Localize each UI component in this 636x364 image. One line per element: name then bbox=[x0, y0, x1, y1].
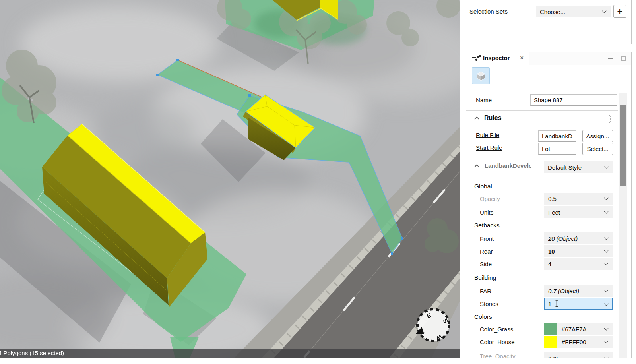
chevron-down-icon bbox=[604, 164, 608, 168]
inspector-icon bbox=[471, 55, 481, 62]
far-label: FAR bbox=[480, 288, 491, 294]
stories-value: 1 bbox=[548, 300, 551, 307]
section-setbacks: Setbacks bbox=[474, 222, 500, 229]
minimize-icon[interactable] bbox=[608, 58, 613, 59]
rear-dropdown[interactable]: 10 bbox=[544, 245, 613, 257]
selection-count-text: 4 Polygons (15 selected) bbox=[0, 349, 64, 358]
selection-sets-value: Choose... bbox=[540, 8, 565, 15]
side-label: Side bbox=[480, 261, 492, 267]
color-grass-value: #67AF7A bbox=[562, 326, 587, 333]
color-grass-label: Color_Grass bbox=[480, 326, 513, 333]
rules-header: Rules bbox=[484, 114, 502, 122]
selection-sets-dropdown[interactable]: Choose... bbox=[536, 6, 611, 17]
name-input[interactable]: Shape 887 bbox=[530, 94, 617, 106]
divider bbox=[466, 110, 618, 111]
stories-label: Stories bbox=[480, 300, 498, 307]
chevron-down-icon bbox=[604, 209, 608, 213]
units-value: Feet bbox=[548, 209, 560, 216]
assign-rule-button[interactable]: Assign... bbox=[582, 130, 613, 142]
section-colors: Colors bbox=[474, 313, 492, 320]
units-label: Units bbox=[480, 209, 493, 216]
3d-viewport[interactable]: N E S W 4 Polygons (15 selected) bbox=[0, 0, 460, 358]
house-color-swatch bbox=[544, 336, 557, 348]
color-house-value: #FFFF00 bbox=[562, 339, 586, 345]
selection-sets-label: Selection Sets bbox=[469, 8, 508, 15]
opacity-label: Opacity bbox=[480, 196, 500, 202]
grass-color-swatch bbox=[544, 323, 557, 335]
chevron-down-icon bbox=[604, 196, 608, 200]
color-house-dropdown[interactable]: #FFFF00 bbox=[544, 336, 613, 348]
maximize-icon[interactable] bbox=[621, 56, 626, 61]
chevron-down-icon bbox=[604, 235, 608, 240]
rule-file-value: LandbankD bbox=[542, 133, 572, 139]
style-value: Default Style bbox=[548, 164, 582, 171]
chevron-down-icon bbox=[602, 8, 606, 13]
side-value: 4 bbox=[548, 261, 551, 267]
start-rule-link[interactable]: Start Rule bbox=[476, 144, 502, 151]
text-cursor-icon bbox=[555, 300, 559, 308]
section-building: Building bbox=[474, 274, 496, 281]
front-dropdown[interactable]: 20 (Object) bbox=[544, 232, 613, 244]
name-label: Name bbox=[476, 97, 492, 103]
units-dropdown[interactable]: Feet bbox=[544, 206, 613, 218]
section-global: Global bbox=[474, 183, 492, 190]
selection-sets-panel: Selection Sets Choose... + bbox=[466, 0, 632, 44]
collapse-rule-group-icon[interactable] bbox=[474, 164, 479, 169]
inspector-scrollbar-thumb[interactable] bbox=[620, 105, 626, 186]
chevron-down-icon bbox=[604, 248, 608, 252]
inspector-window: Inspector × Name Shape 887 Rules Rule Fi… bbox=[466, 52, 632, 358]
rule-file-input[interactable]: LandbankD bbox=[538, 130, 576, 142]
start-rule-input[interactable]: Lot bbox=[538, 143, 576, 155]
tab-inspector[interactable]: Inspector × bbox=[466, 52, 529, 66]
kebab-menu-icon[interactable] bbox=[609, 115, 611, 123]
chevron-down-icon bbox=[604, 339, 608, 343]
name-value: Shape 887 bbox=[534, 97, 563, 103]
chevron-down-icon bbox=[604, 261, 608, 265]
viewport-status-bar: 4 Polygons (15 selected) bbox=[0, 349, 460, 358]
rule-file-link[interactable]: Rule File bbox=[476, 132, 499, 138]
rule-name-link[interactable]: LandbankDevelo bbox=[485, 162, 531, 169]
shape-mode-button[interactable] bbox=[472, 67, 490, 84]
start-rule-value: Lot bbox=[542, 145, 550, 152]
cube-icon bbox=[475, 70, 487, 81]
tree-opacity-label: Tree_Opacity bbox=[480, 353, 515, 358]
tree-opacity-value: 0.25 bbox=[548, 355, 560, 358]
opacity-value: 0.5 bbox=[548, 196, 556, 202]
chevron-down-icon bbox=[604, 355, 608, 358]
opacity-dropdown[interactable]: 0.5 bbox=[544, 193, 613, 205]
divider bbox=[466, 159, 618, 159]
inspector-tab-bar: Inspector × bbox=[466, 52, 631, 65]
add-selection-set-button[interactable]: + bbox=[613, 5, 626, 18]
stories-input-active[interactable]: 1 bbox=[544, 298, 613, 310]
plus-icon: + bbox=[617, 6, 622, 17]
rear-value: 10 bbox=[548, 248, 555, 255]
color-grass-dropdown[interactable]: #67AF7A bbox=[544, 323, 613, 335]
front-value: 20 (Object) bbox=[548, 235, 578, 242]
color-house-label: Color_House bbox=[480, 339, 515, 345]
front-label: Front bbox=[480, 235, 494, 242]
chevron-down-icon bbox=[604, 288, 608, 292]
divider bbox=[472, 89, 618, 89]
chevron-down-icon bbox=[604, 326, 608, 330]
chevron-down-icon bbox=[604, 301, 608, 306]
select-rule-button[interactable]: Select... bbox=[582, 143, 613, 155]
side-dropdown[interactable]: 4 bbox=[544, 258, 613, 270]
collapse-rules-icon[interactable] bbox=[474, 116, 479, 122]
style-dropdown[interactable]: Default Style bbox=[544, 161, 613, 173]
scene[interactable]: N E S W bbox=[0, 0, 460, 358]
tab-title: Inspector bbox=[483, 54, 510, 61]
rear-label: Rear bbox=[480, 248, 493, 255]
tree-opacity-dropdown[interactable]: 0.25 bbox=[544, 352, 613, 358]
far-dropdown[interactable]: 0.7 (Object) bbox=[544, 285, 613, 297]
stories-chevron-cell[interactable] bbox=[600, 298, 612, 309]
close-icon[interactable]: × bbox=[520, 54, 524, 62]
far-value: 0.7 (Object) bbox=[548, 288, 579, 294]
